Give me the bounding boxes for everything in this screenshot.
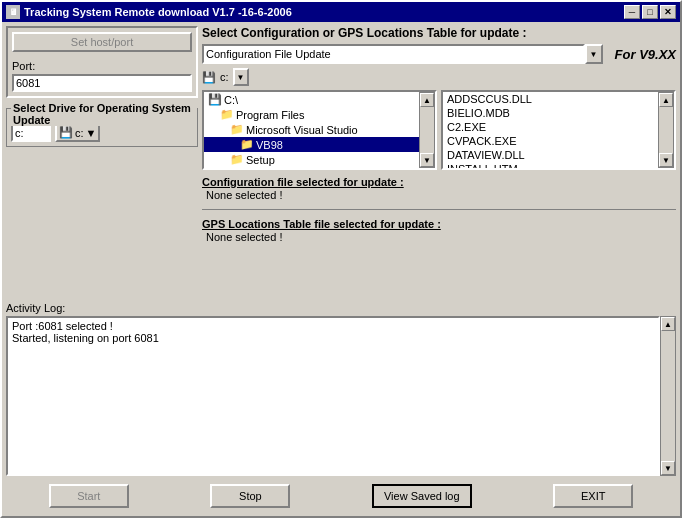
tree-item-setup[interactable]: 📁 Setup (204, 152, 419, 167)
section-divider (202, 209, 676, 210)
window-title: Tracking System Remote download V1.7 -16… (24, 6, 292, 18)
file-scroll-up[interactable]: ▲ (659, 93, 673, 107)
activity-line-0: Port :6081 selected ! (12, 320, 654, 332)
file-row-4[interactable]: DATAVIEW.DLL (443, 148, 658, 162)
tree-item-label-vs: Microsoft Visual Studio (246, 124, 358, 136)
maximize-button[interactable]: □ (642, 5, 658, 19)
drive-icon-sm: 💾 (202, 71, 216, 84)
file-row-label-2: C2.EXE (447, 121, 486, 133)
view-saved-log-button[interactable]: View Saved log (372, 484, 472, 508)
select-drive-label: Select Drive for Operating System Update (11, 102, 197, 126)
select-drive-panel: Select Drive for Operating System Update… (6, 108, 198, 147)
file-row-2[interactable]: C2.EXE (443, 120, 658, 134)
file-row-label-0: ADDSCCUS.DLL (447, 93, 532, 105)
drive-label: c: (220, 71, 229, 83)
exit-button[interactable]: EXIT (553, 484, 633, 508)
tree-item-visual-studio[interactable]: 📁 Microsoft Visual Studio (204, 122, 419, 137)
bottom-bar: Start Stop View Saved log EXIT (6, 480, 676, 512)
file-scroll-down[interactable]: ▼ (659, 153, 673, 167)
drive-input[interactable] (11, 124, 51, 142)
gps-selected-label: GPS Locations Table file selected for up… (202, 218, 676, 230)
title-bar-controls: ─ □ ✕ (624, 5, 676, 19)
file-row-1[interactable]: BIELIO.MDB (443, 106, 658, 120)
minimize-button[interactable]: ─ (624, 5, 640, 19)
activity-line-1: Started, listening on port 6081 (12, 332, 654, 344)
version-label: For V9.XX (615, 47, 676, 62)
file-row-3[interactable]: CVPACK.EXE (443, 134, 658, 148)
activity-scroll-down[interactable]: ▼ (661, 461, 675, 475)
tree-item-root[interactable]: 💾 C:\ (204, 92, 419, 107)
port-label: Port: (12, 60, 192, 72)
window-icon: 🖥 (6, 5, 20, 19)
tree-scroll-up[interactable]: ▲ (420, 93, 434, 107)
drive-label-row: 💾 c: ▼ (202, 68, 676, 86)
tree-item-label-root: C:\ (224, 94, 238, 106)
folder-icon-vb98: 📁 (240, 138, 254, 151)
file-row-label-3: CVPACK.EXE (447, 135, 517, 147)
config-select-wrapper: ▼ (202, 44, 603, 64)
file-list[interactable]: ADDSCCUS.DLL BIELIO.MDB C2.EXE CVPACK.EX… (443, 92, 658, 168)
tree-item-program-files[interactable]: 📁 Program Files (204, 107, 419, 122)
activity-scrollbar[interactable]: ▲ ▼ (660, 316, 676, 476)
file-row-label-1: BIELIO.MDB (447, 107, 510, 119)
start-button[interactable]: Start (49, 484, 129, 508)
tree-scrollbar[interactable]: ▲ ▼ (419, 92, 435, 168)
file-browser: 💾 C:\ 📁 Program Files 📁 (202, 90, 676, 170)
main-content: Set host/port Port: Select Drive for Ope… (6, 26, 676, 298)
drive-tree-icon: 💾 (208, 93, 222, 106)
config-dropdown-arrow[interactable]: ▼ (585, 44, 603, 64)
title-bar-left: 🖥 Tracking System Remote download V1.7 -… (6, 5, 292, 19)
activity-log: Port :6081 selected ! Started, listening… (6, 316, 660, 476)
file-scrollbar[interactable]: ▲ ▼ (658, 92, 674, 168)
config-select-input[interactable] (202, 44, 585, 64)
gps-selected-section: GPS Locations Table file selected for up… (202, 216, 676, 245)
file-row-label-4: DATAVIEW.DLL (447, 149, 525, 161)
title-bar: 🖥 Tracking System Remote download V1.7 -… (2, 2, 680, 22)
file-tree-panel: 💾 C:\ 📁 Program Files 📁 (202, 90, 437, 170)
activity-section: Activity Log: Port :6081 selected ! Star… (6, 302, 676, 476)
drive-dropdown-value: c: (75, 127, 84, 139)
close-button[interactable]: ✕ (660, 5, 676, 19)
stop-button[interactable]: Stop (210, 484, 290, 508)
host-port-panel: Set host/port Port: (6, 26, 198, 98)
window-body: Set host/port Port: Select Drive for Ope… (2, 22, 680, 516)
file-list-panel: ADDSCCUS.DLL BIELIO.MDB C2.EXE CVPACK.EX… (441, 90, 676, 170)
folder-icon-setup: 📁 (230, 153, 244, 166)
activity-scroll-up[interactable]: ▲ (661, 317, 675, 331)
gps-selected-value: None selected ! (206, 231, 676, 243)
tree-item-label-programfiles: Program Files (236, 109, 304, 121)
file-row-5[interactable]: INSTALL.HTM (443, 162, 658, 168)
tree-item-label-vb98: VB98 (256, 139, 283, 151)
activity-log-wrapper: Port :6081 selected ! Started, listening… (6, 316, 676, 476)
tree-item-vb98[interactable]: 📁 VB98 (204, 137, 419, 152)
dropdown-arrow-icon: ▼ (86, 127, 97, 139)
file-tree[interactable]: 💾 C:\ 📁 Program Files 📁 (204, 92, 419, 168)
activity-log-label: Activity Log: (6, 302, 676, 314)
main-window: 🖥 Tracking System Remote download V1.7 -… (0, 0, 682, 518)
drive-dropdown-small[interactable]: ▼ (233, 68, 249, 86)
file-row-label-5: INSTALL.HTM (447, 163, 518, 168)
port-input[interactable] (12, 74, 192, 92)
set-host-port-button[interactable]: Set host/port (12, 32, 192, 52)
right-panel: Select Configuration or GPS Locations Ta… (202, 26, 676, 298)
config-selected-value: None selected ! (206, 189, 676, 201)
folder-icon-programfiles: 📁 (220, 108, 234, 121)
tree-item-label-setup: Setup (246, 154, 275, 166)
config-header-label: Select Configuration or GPS Locations Ta… (202, 26, 526, 40)
right-panel-header: Select Configuration or GPS Locations Ta… (202, 26, 676, 40)
file-row-0[interactable]: ADDSCCUS.DLL (443, 92, 658, 106)
folder-icon-vs: 📁 (230, 123, 244, 136)
config-selected-label: Configuration file selected for update : (202, 176, 676, 188)
drive-icon: 💾 (59, 126, 73, 139)
config-selected-section: Configuration file selected for update :… (202, 174, 676, 203)
config-dropdown-row: ▼ For V9.XX (202, 44, 676, 64)
tree-scroll-down[interactable]: ▼ (420, 153, 434, 167)
left-panel: Set host/port Port: Select Drive for Ope… (6, 26, 198, 298)
